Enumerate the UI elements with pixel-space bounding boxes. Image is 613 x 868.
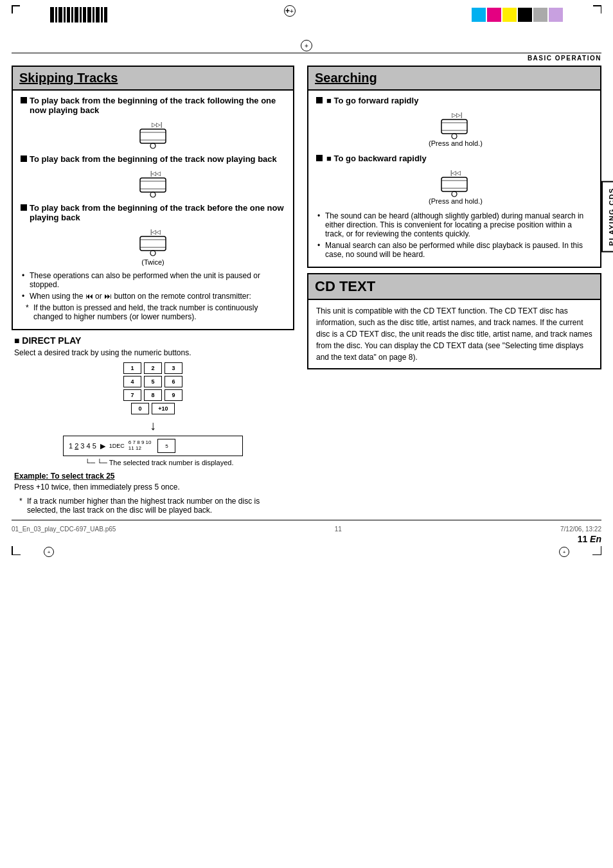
num-btn-4: 4 xyxy=(123,376,141,387)
square-icon-2 xyxy=(21,155,27,162)
skip-next-illustration: ▷▷| xyxy=(21,120,285,149)
display-track-numbers: 1 2 3 4 5 xyxy=(69,442,96,450)
search-bullet-1: The sound can be heard (although slightl… xyxy=(316,211,592,238)
skip-next-header: To play back from the beginning of the t… xyxy=(21,96,285,115)
basic-operation-label: BASIC OPERATION xyxy=(0,53,613,63)
num-row-4: 0 +10 xyxy=(131,403,175,414)
num-btn-1: 1 xyxy=(123,362,141,374)
backward-button-svg: |◁◁ xyxy=(435,168,474,197)
num-btn-3: 3 xyxy=(164,362,182,374)
svg-point-24 xyxy=(452,191,457,197)
skipping-bullets: These operations can also be performed w… xyxy=(21,271,285,321)
skip-current-illustration: |◁◁ xyxy=(21,169,285,198)
display-note: └─ The selected track number is displaye… xyxy=(14,459,292,466)
page-number: 11 En xyxy=(0,534,613,544)
page-num-print: 11 xyxy=(335,526,342,533)
display-extra-tracks: 6 7 8 9 1011 12 xyxy=(129,440,152,452)
svg-text:▷▷|: ▷▷| xyxy=(152,121,162,128)
backward-subsection: ■ To go backward rapidly |◁◁ xyxy=(316,154,592,205)
date-info: 7/12/06, 13:22 xyxy=(560,526,601,533)
bottom-info: 01_En_03_play_CDC-697_UAB.p65 11 7/12/06… xyxy=(0,523,613,534)
square-icon-fwd xyxy=(316,97,323,103)
asterisk-note: If the button is pressed and held, the t… xyxy=(21,303,285,321)
svg-rect-21 xyxy=(441,177,467,191)
corner-br xyxy=(589,544,601,557)
svg-point-4 xyxy=(150,143,155,148)
svg-text:|◁◁: |◁◁ xyxy=(150,170,161,177)
barcode-left xyxy=(50,5,107,24)
forward-press-hold: (Press and hold.) xyxy=(429,139,483,147)
svg-rect-16 xyxy=(441,120,467,134)
num-btn-9: 9 xyxy=(164,389,182,401)
compass-top: + xyxy=(284,5,296,17)
backward-illustration: |◁◁ (Press and hold.) xyxy=(316,168,592,205)
display-screen: 1 2 3 4 5 ▶ 1DEC 6 7 8 9 1011 12 5 xyxy=(63,436,243,456)
direct-play-bullets: If a track number higher than the highes… xyxy=(14,497,292,515)
forward-button-svg: ▷▷| xyxy=(435,111,474,139)
skip-prev-illustration: |◁◁ (Twice) xyxy=(21,227,285,266)
skip-current-header: To play back from the beginning of the t… xyxy=(21,154,285,164)
svg-text:|◁◁: |◁◁ xyxy=(150,229,161,235)
square-icon-3 xyxy=(21,204,27,211)
svg-point-9 xyxy=(150,192,155,197)
forward-header: ■ To go forward rapidly xyxy=(316,96,592,105)
search-bullet-2: Manual search can also be performed whil… xyxy=(316,241,592,259)
example-text: Press +10 twice, then immediately press … xyxy=(14,483,292,492)
compass-center: + xyxy=(301,40,312,51)
svg-rect-11 xyxy=(140,236,166,251)
yellow-box xyxy=(502,8,517,22)
cd-text-title: CD TEXT xyxy=(308,274,600,300)
svg-text:|◁◁: |◁◁ xyxy=(450,170,461,176)
light-purple-box xyxy=(549,8,563,22)
compass-bottom-right: + xyxy=(559,547,569,557)
backward-header: ■ To go backward rapidly xyxy=(316,154,592,163)
right-column: Searching ■ To go forward rapidly ▷▷| xyxy=(307,66,601,517)
num-row-3: 7 8 9 xyxy=(123,389,182,401)
bullet-1: These operations can also be performed w… xyxy=(21,271,285,289)
playing-cds-tab: PLAYING CDS xyxy=(601,181,613,252)
svg-rect-1 xyxy=(140,129,166,143)
twice-label: (Twice) xyxy=(134,258,172,266)
display-arrow: ▶ xyxy=(100,442,105,450)
svg-text:▷▷|: ▷▷| xyxy=(452,112,462,118)
cd-text-content: This unit is compatible with the CD TEXT… xyxy=(308,300,600,368)
bullet-2: When using the ⏮ or ⏭ button on the remo… xyxy=(21,292,285,301)
skipping-tracks-title: Skipping Tracks xyxy=(13,67,293,91)
display-sub-screen: 5 xyxy=(157,439,175,453)
compass-bottom-left: + xyxy=(44,547,54,557)
backward-press-hold: (Press and hold.) xyxy=(429,197,483,205)
skipping-tracks-content: To play back from the beginning of the t… xyxy=(13,91,293,329)
magenta-box xyxy=(487,8,501,22)
left-column: Skipping Tracks To play back from the be… xyxy=(12,66,294,517)
cyan-box xyxy=(472,8,486,22)
searching-section: Searching ■ To go forward rapidly ▷▷| xyxy=(307,66,601,268)
direct-play-header: ■ DIRECT PLAY xyxy=(14,335,292,346)
black-box xyxy=(518,8,532,22)
display-1dec: 1DEC xyxy=(109,443,125,449)
num-btn-6: 6 xyxy=(164,376,182,387)
square-icon-1 xyxy=(21,97,27,103)
num-btn-0: 0 xyxy=(131,403,149,414)
corner-bl xyxy=(12,544,24,557)
num-btn-7: 7 xyxy=(123,389,141,401)
dp-asterisk-note: If a track number higher than the highes… xyxy=(14,497,292,515)
svg-point-14 xyxy=(150,251,155,256)
numeric-buttons: 1 2 3 4 5 6 7 8 9 0 xyxy=(14,362,292,414)
cd-text-section: CD TEXT This unit is compatible with the… xyxy=(307,273,601,369)
example-header: Example: To select track 25 xyxy=(14,472,292,481)
forward-subsection: ■ To go forward rapidly ▷▷| xyxy=(316,96,592,147)
svg-rect-6 xyxy=(140,178,166,192)
arrow-down: ↓ xyxy=(14,418,292,433)
gray-box xyxy=(533,8,547,22)
skipping-tracks-section: Skipping Tracks To play back from the be… xyxy=(12,66,294,330)
forward-illustration: ▷▷| (Press and hold.) xyxy=(316,111,592,147)
num-btn-plus10: +10 xyxy=(152,403,175,414)
direct-play-section: ■ DIRECT PLAY Select a desired track by … xyxy=(12,335,294,515)
bottom-rule xyxy=(12,520,601,520)
num-btn-8: 8 xyxy=(144,389,162,401)
side-tab-container: PLAYING CDS xyxy=(601,181,613,252)
skip-next-button-svg: ▷▷| xyxy=(134,120,172,149)
skip-prev-button-svg: |◁◁ xyxy=(134,227,172,256)
num-row-2: 4 5 6 xyxy=(123,376,182,387)
searching-title: Searching xyxy=(308,67,600,91)
